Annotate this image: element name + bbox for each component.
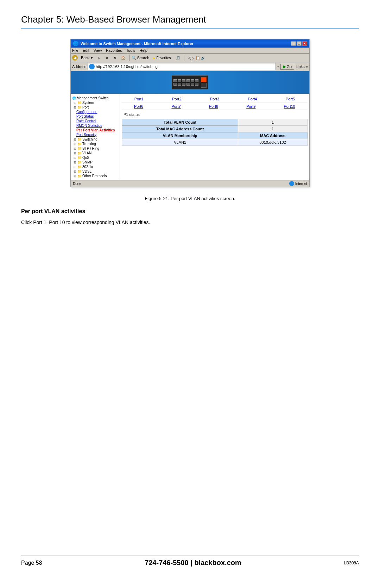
sidebar-item-rmon[interactable]: RMON Statistics <box>71 123 120 128</box>
sidebar-item-port[interactable]: ⊟ 📁 Port <box>71 105 120 110</box>
menu-file[interactable]: File <box>72 48 78 52</box>
port7-link[interactable]: Port7 <box>171 104 180 109</box>
go-button[interactable]: ▶ Go <box>280 64 294 70</box>
menu-view[interactable]: View <box>94 48 102 52</box>
vlan-table: Total VLAN Count 1 Total MAC Address Cou… <box>122 119 308 146</box>
title-bar-buttons: _ □ ✕ <box>291 41 307 46</box>
port5-link[interactable]: Port5 <box>286 97 295 101</box>
ie-icon <box>89 64 95 69</box>
close-button[interactable]: ✕ <box>302 41 307 46</box>
page-banner <box>71 71 309 94</box>
port3-link[interactable]: Port3 <box>210 97 219 101</box>
sidebar-item-vlan[interactable]: ⊞ 📁 VLAN <box>71 151 120 155</box>
total-mac-value: 1 <box>238 126 308 132</box>
expand-icon-port: ⊟ <box>74 106 76 109</box>
menu-edit[interactable]: Edit <box>83 48 89 52</box>
per-port-vlan-link[interactable]: Per Port Vlan Activities <box>76 128 115 132</box>
sidebar-item-qos[interactable]: ⊞ 📁 QoS <box>71 155 120 160</box>
sidebar-item-per-port-vlan[interactable]: Per Port Vlan Activities <box>71 128 120 132</box>
forward-button[interactable]: ▶ <box>96 56 102 60</box>
footer-page: Page 58 <box>21 560 42 566</box>
sidebar-item-other[interactable]: ⊞ 📁 Other Protocols <box>71 174 120 178</box>
expand-icon-qos: ⊞ <box>74 156 76 160</box>
page-container: Chapter 5: Web-Based Browser Management … <box>0 0 380 588</box>
maximize-button[interactable]: □ <box>297 41 302 46</box>
expand-icon-trunking: ⊞ <box>74 142 76 146</box>
total-vlan-header: Total VLAN Count <box>122 119 238 126</box>
links-button[interactable]: Links » <box>296 64 308 69</box>
rmon-link[interactable]: RMON Statistics <box>76 124 102 128</box>
globe-icon <box>289 181 294 186</box>
port4-link[interactable]: Port4 <box>248 97 257 101</box>
expand-icon-snmp: ⊞ <box>74 161 76 164</box>
sidebar-item-snmp[interactable]: ⊞ 📁 SNMP <box>71 160 120 165</box>
favorites-button[interactable]: ★ Favorites <box>151 56 172 60</box>
mac-address-cell: 0010.dcfc.3102 <box>238 139 308 146</box>
minimize-button[interactable]: _ <box>291 41 296 46</box>
sidebar-root-label: Management Switch <box>77 96 109 100</box>
sidebar-item-vdsl[interactable]: ⊞ 📁 VDSL <box>71 169 120 174</box>
sidebar-item-port-security[interactable]: Port Security <box>71 132 120 137</box>
menu-favorites[interactable]: Favorites <box>106 48 122 52</box>
browser-content: 🌐 Management Switch ⊞ 📁 System ⊟ 📁 Port … <box>71 94 309 180</box>
toolbar-separator <box>129 55 129 61</box>
root-icon: 🌐 <box>72 97 76 100</box>
section-heading: Per port VLAN activities <box>21 208 359 215</box>
expand-icon-vlan: ⊞ <box>74 151 76 155</box>
address-input[interactable]: http://192.168.1.10/cgi-bin/switch.cgi <box>88 63 276 70</box>
port-security-link[interactable]: Port Security <box>76 133 96 137</box>
mac-address-header: MAC Address <box>238 132 308 139</box>
sidebar-item-switching[interactable]: ⊞ 📁 Switching <box>71 137 120 142</box>
status-done: Done <box>73 182 81 186</box>
menu-bar: File Edit View Favorites Tools Help <box>71 48 309 54</box>
refresh-button[interactable]: ↻ <box>112 56 118 60</box>
main-content: Port1 Port2 Port3 Port4 Port5 Port6 Port… <box>120 94 309 180</box>
media-button[interactable]: 🎵 <box>174 56 182 60</box>
port8-link[interactable]: Port8 <box>209 104 218 109</box>
title-bar: 🌐 Welcome to Switch Management - Microso… <box>71 39 309 48</box>
port1-link[interactable]: Port1 <box>134 97 144 101</box>
total-vlan-value: 1 <box>238 119 308 126</box>
vlan1-cell: VLAN1 <box>122 139 238 146</box>
sidebar-item-rate-control[interactable]: Rate Control <box>71 119 120 123</box>
home-button[interactable]: 🏠 <box>119 56 127 60</box>
port-status-link[interactable]: Port Status <box>76 114 94 118</box>
port10-link[interactable]: Port10 <box>284 104 295 109</box>
total-mac-header: Total MAC Address Count <box>122 126 238 132</box>
browser-title: Welcome to Switch Management - Microsoft… <box>81 42 194 46</box>
stop-button[interactable]: ✕ <box>104 56 110 60</box>
search-button[interactable]: 🔍 Search <box>132 56 150 60</box>
history-button[interactable]: ◁ ▷ 📋 🔊 <box>186 56 207 60</box>
sidebar-item-system[interactable]: ⊞ 📁 System <box>71 100 120 105</box>
port-image <box>172 75 208 89</box>
expand-icon-8021x: ⊞ <box>74 165 76 169</box>
toolbar: ◀ Back ▾ ▶ ✕ ↻ 🏠 🔍 Search ★ Favorites 🎵 … <box>71 54 309 62</box>
port6-link[interactable]: Port6 <box>134 104 143 109</box>
search-label: Search <box>137 56 150 60</box>
port9-link[interactable]: Port9 <box>246 104 255 109</box>
configuration-link[interactable]: Configuration <box>76 110 97 114</box>
chapter-title: Chapter 5: Web-Based Browser Management <box>21 14 359 29</box>
address-label: Address <box>72 64 86 69</box>
sidebar-item-trunking[interactable]: ⊞ 📁 Trunking <box>71 142 120 146</box>
body-text: Click Port 1–Port 10 to view correspondi… <box>21 219 359 226</box>
toolbar-separator-2 <box>184 55 184 61</box>
browser-window: 🌐 Welcome to Switch Management - Microso… <box>70 39 310 187</box>
rate-control-link[interactable]: Rate Control <box>76 119 96 123</box>
sidebar: 🌐 Management Switch ⊞ 📁 System ⊟ 📁 Port … <box>71 94 120 180</box>
vlan-membership-header: VLAN Membership <box>122 132 238 139</box>
back-icon: ◀ <box>72 55 78 61</box>
menu-help[interactable]: Help <box>139 48 147 52</box>
status-label: P1 status <box>122 111 308 118</box>
sidebar-item-port-status[interactable]: Port Status <box>71 114 120 119</box>
expand-icon: ⊞ <box>74 101 76 105</box>
menu-tools[interactable]: Tools <box>126 48 135 52</box>
sidebar-root: 🌐 Management Switch <box>71 96 120 100</box>
sidebar-item-8021x[interactable]: ⊞ 📁 802.1x <box>71 165 120 169</box>
back-button[interactable]: Back ▾ <box>79 55 95 61</box>
port2-link[interactable]: Port2 <box>172 97 181 101</box>
sidebar-item-stp[interactable]: ⊞ 📁 STP / Ring <box>71 146 120 151</box>
expand-icon-stp: ⊞ <box>74 147 76 150</box>
sidebar-item-configuration[interactable]: Configuration <box>71 110 120 114</box>
status-internet: Internet <box>295 182 307 186</box>
